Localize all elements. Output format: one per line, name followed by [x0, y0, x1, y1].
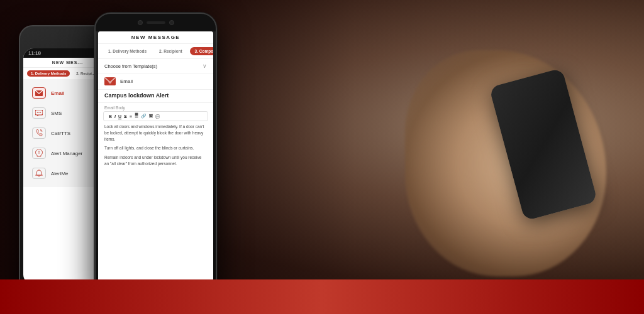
toolbar-italic[interactable]: I [114, 114, 116, 119]
fp-body-text: Lock all doors and windows immediately. … [98, 124, 213, 167]
toolbar-bold[interactable]: B [109, 114, 112, 119]
nav-alertmanager-label: Alert Manager [51, 151, 82, 156]
sms-icon-box [32, 107, 46, 119]
toolbar-quote[interactable]: 💬 [155, 114, 160, 119]
nav-call-label: Call/TTS [51, 131, 70, 136]
fp-template-row[interactable]: Choose from Template(s) ∨ [98, 59, 213, 73]
fp-steps: 1. Delivery Methods 2. Recipient 3. Comp… [98, 44, 213, 59]
svg-point-4 [40, 112, 42, 113]
phone-front-screen: NEW MESSAGE 1. Delivery Methods 2. Recip… [98, 31, 213, 289]
phone-front-notch [96, 14, 216, 31]
fp-body-para-1: Lock all doors and windows immediately. … [104, 124, 207, 142]
nav-sms-label: SMS [51, 111, 62, 116]
svg-point-3 [38, 112, 40, 113]
alertme-icon [35, 170, 43, 178]
email-icon [35, 90, 43, 96]
fp-template-label: Choose from Template(s) [104, 63, 157, 69]
fp-subject: Campus lockdown Alert [98, 90, 213, 103]
alertmanager-icon-box [32, 148, 46, 159]
front-speaker [147, 21, 165, 24]
fp-header: NEW MESSAGE [98, 31, 213, 44]
nav-email-label: Email [51, 90, 64, 96]
toolbar-list-ol[interactable]: ≣ [135, 114, 138, 119]
svg-point-6 [39, 153, 40, 154]
email-envelope-icon [104, 77, 116, 85]
front-camera [138, 20, 143, 25]
toolbar-list-ul[interactable]: ≡ [130, 114, 132, 119]
fp-toolbar: B I U S ≡ ≣ 🔗 🖼 💬 [103, 111, 208, 121]
front-sensor [169, 20, 174, 25]
toolbar-link[interactable]: 🔗 [141, 114, 147, 119]
svg-rect-8 [104, 77, 116, 85]
phone-front: NEW MESSAGE 1. Delivery Methods 2. Recip… [94, 13, 217, 301]
fp-body-para-2: Turn off all lights, and close the blind… [104, 145, 207, 151]
red-bottom-bar [0, 279, 644, 314]
toolbar-image[interactable]: 🖼 [149, 114, 153, 118]
alertme-icon-box [32, 168, 46, 179]
status-time: 11:18 [28, 50, 41, 56]
toolbar-underline[interactable]: U [118, 114, 121, 119]
fp-body-label: Email Body [98, 103, 213, 111]
fp-email-icon [104, 77, 116, 85]
step-1-delivery[interactable]: 1. Delivery Methods [27, 70, 70, 77]
fp-email-label: Email [120, 78, 133, 84]
email-icon-box [32, 87, 46, 99]
fp-email-row: Email [98, 73, 213, 90]
toolbar-strikethrough[interactable]: S [124, 114, 127, 119]
call-icon [35, 129, 43, 137]
fp-step-compose[interactable]: 3. Compose [190, 47, 213, 55]
phones-container: 11:18 🔋📶 NEW MES... 1. Delivery Methods … [19, 13, 116, 295]
fp-body-para-3: Remain indoors and under lockdown until … [104, 154, 207, 167]
fp-subject-text: Campus lockdown Alert [104, 92, 207, 99]
call-icon-box [32, 127, 46, 139]
fp-step-delivery[interactable]: 1. Delivery Methods [103, 47, 152, 55]
fp-chevron-icon: ∨ [203, 63, 207, 69]
nav-alertme-label: AlertMe [51, 171, 69, 176]
sms-icon [35, 110, 43, 116]
svg-point-2 [37, 112, 38, 113]
alertmanager-icon [35, 149, 43, 157]
fp-step-recipient[interactable]: 2. Recipient [154, 47, 187, 55]
